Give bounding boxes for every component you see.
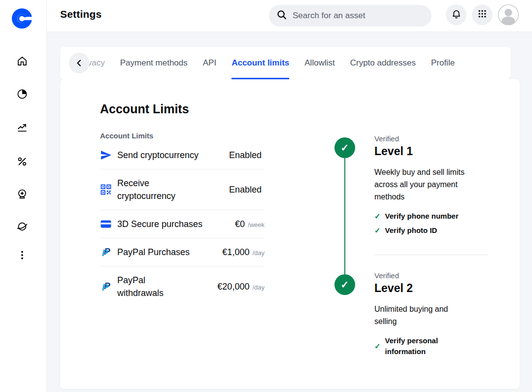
tab-crypto-addresses[interactable]: Crypto addresses: [350, 47, 416, 79]
portfolio-pie-icon[interactable]: [16, 88, 28, 100]
panel-title: Account Limits: [100, 102, 189, 116]
check-icon: ✓: [374, 342, 381, 351]
limit-row-receive: Receive cryptocurrency Enabled: [100, 169, 265, 210]
value-text: €20,000: [217, 282, 249, 292]
account-limits-panel: Account Limits Account Limits Send crypt…: [60, 79, 520, 389]
level2-check-icon: ✓: [334, 274, 355, 295]
tab-api[interactable]: API: [203, 47, 216, 79]
limit-row-paypal-purchases: P P PayPal Purchases €1,000 /day: [100, 238, 265, 266]
level2-description: Unlimited buying and selling: [374, 303, 498, 327]
limit-label: PayPal withdrawals: [117, 274, 212, 299]
search-input[interactable]: [293, 11, 424, 21]
limit-value: €1,000 /day: [222, 247, 265, 258]
card-icon: [100, 218, 112, 230]
level1-status: Verified: [374, 134, 498, 143]
limit-row-send: Send cryptocurrency Enabled: [100, 141, 265, 169]
level-separator: [374, 255, 488, 255]
level1-check-icon: ✓: [334, 137, 355, 158]
level1-title: Level 1: [374, 145, 498, 158]
limit-value: €0 /week: [235, 219, 265, 229]
level1-description: Weekly buy and sell limits across all yo…: [374, 166, 498, 203]
value-text: €1,000: [222, 247, 249, 258]
check-item-photo-id: ✓ Verify photo ID: [374, 225, 498, 236]
tab-list: Privacy Payment methods API Account limi…: [77, 47, 511, 79]
apps-menu-button[interactable]: [472, 4, 493, 25]
tab-account-limits[interactable]: Account limits: [232, 47, 289, 79]
value-unit: /day: [252, 249, 265, 257]
limit-row-3dsecure: 3D Secure purchases €0 /week: [100, 210, 265, 238]
send-icon: [100, 149, 112, 161]
check-label: Verify personal information: [385, 335, 438, 357]
more-dots-icon[interactable]: [16, 249, 28, 261]
notifications-button[interactable]: [446, 4, 466, 25]
check-item-phone: ✓ Verify phone number: [374, 211, 498, 222]
sidebar: [0, 0, 47, 392]
limit-label: 3D Secure purchases: [117, 218, 230, 230]
limit-value: Enabled: [229, 185, 265, 195]
level2-block: Verified Level 2 Unlimited buying and se…: [374, 271, 498, 360]
tab-allowlist[interactable]: Allowlist: [304, 47, 334, 79]
check-item-personal-info: ✓ Verify personal information: [374, 335, 498, 357]
limit-value: €20,000 /day: [217, 282, 265, 292]
limit-label: Receive cryptocurrency: [117, 177, 224, 202]
value-unit: /day: [252, 284, 265, 291]
earn-percent-icon[interactable]: [16, 156, 28, 167]
value-unit: /week: [248, 221, 265, 229]
coinbase-logo-icon[interactable]: [12, 8, 32, 29]
check-icon: ✓: [374, 226, 381, 235]
value-text: Enabled: [229, 150, 262, 161]
search-icon: [277, 10, 287, 22]
svg-text:P: P: [102, 248, 108, 258]
level1-block: Verified Level 1 Weekly buy and sell lim…: [374, 134, 498, 239]
home-icon[interactable]: [16, 55, 28, 67]
qr-icon: [100, 184, 112, 196]
limit-label: PayPal Purchases: [117, 246, 217, 259]
settings-tabbar: Privacy Payment methods API Account limi…: [60, 47, 511, 79]
svg-text:P: P: [102, 282, 108, 293]
value-text: Enabled: [229, 185, 262, 195]
check-icon: ✓: [374, 212, 381, 221]
tab-payment-methods[interactable]: Payment methods: [120, 47, 188, 79]
section-label: Account Limits: [100, 131, 153, 140]
web3-planet-icon[interactable]: [16, 221, 28, 232]
paypal-icon: P P: [100, 246, 112, 258]
limits-list: Send cryptocurrency Enabled: [100, 141, 265, 307]
level2-status: Verified: [374, 271, 498, 280]
value-text: €0: [235, 219, 245, 229]
back-button[interactable]: [69, 53, 90, 73]
level-connector-line: [344, 158, 345, 274]
bell-icon: [451, 9, 462, 21]
top-header: Settings: [47, 0, 532, 32]
sparkle-badge-icon[interactable]: [16, 188, 28, 200]
level2-title: Level 2: [374, 282, 498, 295]
paypal-icon: P P: [100, 281, 112, 293]
search-bar[interactable]: [269, 5, 432, 27]
trade-trend-icon[interactable]: [16, 122, 28, 133]
check-label: Verify phone number: [385, 211, 459, 222]
check-label: Verify photo ID: [385, 225, 437, 236]
limit-label: Send cryptocurrency: [117, 149, 224, 162]
user-avatar[interactable]: [498, 4, 519, 25]
main-area: Privacy Payment methods API Account limi…: [47, 32, 532, 392]
limit-value: Enabled: [229, 150, 265, 161]
limit-row-paypal-withdrawals: P P PayPal withdrawals €20,000 /day: [100, 266, 265, 307]
page-title: Settings: [60, 8, 101, 20]
grid-dots-icon: [477, 9, 487, 21]
tab-profile[interactable]: Profile: [431, 47, 455, 79]
